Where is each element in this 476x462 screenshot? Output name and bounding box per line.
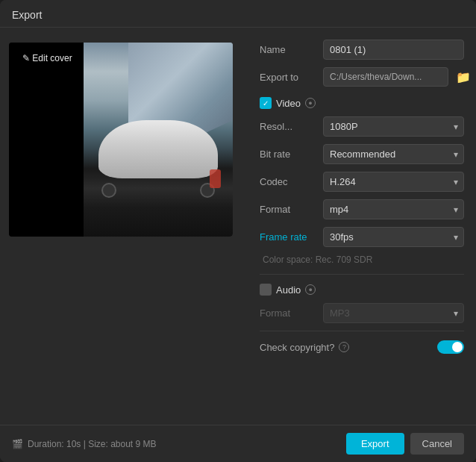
audio-format-select-wrapper: MP3 AAC WAV [323,303,464,323]
cover-right-image [84,43,233,237]
footer-info: 🎬 Duration: 10s | Size: about 9 MB [12,439,157,449]
cover-panel: ✎ Edit cover [0,37,254,425]
footer-info-text: Duration: 10s | Size: about 9 MB [28,439,157,449]
export-button[interactable]: Export [346,433,404,455]
footer-actions: Export Cancel [346,433,464,455]
settings-panel: Name Export to 📁 ✓ Video ● [254,37,476,425]
resolution-label: Resol... [260,121,323,132]
car-image [84,43,233,237]
audio-format-row: Format MP3 AAC WAV [260,303,464,323]
toggle-knob [452,342,463,352]
dialog-footer: 🎬 Duration: 10s | Size: about 9 MB Expor… [0,425,476,462]
copyright-label: Check copyright? [260,342,334,353]
format-select-wrapper: mp4 mov avi [323,199,464,219]
dialog-title: Export [0,0,476,28]
name-input[interactable] [323,40,464,60]
export-to-row: Export to 📁 [260,67,464,87]
edit-cover-button[interactable]: ✎ Edit cover [16,50,78,66]
video-info-icon[interactable]: ● [305,98,316,108]
resolution-select-wrapper: 720P 1080P 4K [323,116,464,137]
framerate-select-wrapper: 24fps 25fps 30fps 60fps [323,227,464,247]
format-row: Format mp4 mov avi [260,199,464,219]
bitrate-select[interactable]: Recommended Low Medium High [323,144,464,164]
section-divider-2 [260,331,464,331]
export-to-label: Export to [260,72,323,83]
copyright-info-icon[interactable]: ? [339,342,349,352]
duration-icon: 🎬 [12,439,23,449]
edit-cover-label: ✎ Edit cover [22,53,72,63]
name-label: Name [260,44,323,55]
video-label: Video [276,98,301,109]
car-tail-light [210,169,221,188]
export-path-input[interactable] [323,67,448,87]
resolution-select[interactable]: 720P 1080P 4K [323,116,464,137]
cover-left-strip [9,43,84,237]
color-space-text: Color space: Rec. 709 SDR [260,255,464,265]
codec-select[interactable]: H.264 H.265 VP9 [323,172,464,192]
audio-section-header: Audio ● [260,284,464,296]
video-checkbox[interactable]: ✓ [260,97,272,109]
export-dialog: Export ✎ Edit cover [0,0,476,462]
codec-label: Codec [260,176,323,187]
format-select[interactable]: mp4 mov avi [323,199,464,219]
audio-label: Audio [276,284,301,296]
framerate-select[interactable]: 24fps 25fps 30fps 60fps [323,227,464,247]
car-body [98,120,218,178]
dialog-body: ✎ Edit cover Name Export to 📁 [0,28,476,425]
video-section-header: ✓ Video ● [260,97,464,109]
copyright-toggle[interactable] [437,340,464,354]
bitrate-row: Bit rate Recommended Low Medium High [260,144,464,164]
section-divider [260,274,464,275]
bitrate-label: Bit rate [260,149,323,160]
audio-format-select[interactable]: MP3 AAC WAV [323,303,464,323]
codec-row: Codec H.264 H.265 VP9 [260,172,464,192]
framerate-row: Frame rate 24fps 25fps 30fps 60fps [260,227,464,247]
codec-select-wrapper: H.264 H.265 VP9 [323,172,464,192]
cancel-button[interactable]: Cancel [410,433,464,455]
audio-info-icon[interactable]: ● [305,284,316,295]
audio-checkbox[interactable] [260,284,272,296]
folder-browse-button[interactable]: 📁 [453,69,474,86]
cover-preview: ✎ Edit cover [9,43,233,237]
resolution-row: Resol... 720P 1080P 4K [260,116,464,137]
dialog-title-text: Export [12,9,42,21]
bitrate-select-wrapper: Recommended Low Medium High [323,144,464,164]
format-label: Format [260,204,323,215]
copyright-row: Check copyright? ? [260,340,464,354]
car-wheel-left [101,183,116,198]
name-row: Name [260,40,464,60]
folder-icon: 📁 [456,71,471,84]
audio-format-label: Format [260,308,323,319]
framerate-label: Frame rate [260,231,323,243]
